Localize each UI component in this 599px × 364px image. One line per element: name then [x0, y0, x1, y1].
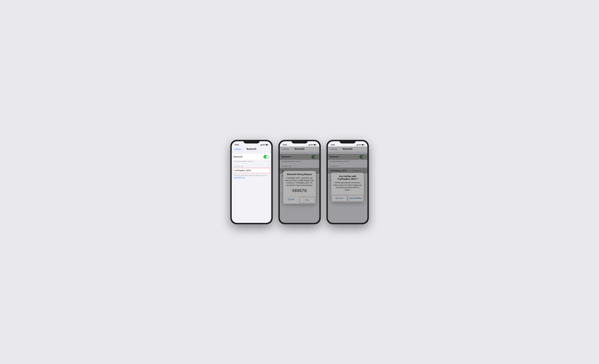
- nav-bar-1: ‹ Settings Bluetooth: [232, 146, 271, 152]
- pair-note-1: To pair an Apple Watch with your iPhone,…: [232, 173, 271, 180]
- pairing-modal-content: Bluetooth Pairing Request "CarPlayBox_58…: [283, 171, 316, 196]
- status-icons-1: 4G: [260, 144, 268, 146]
- status-time-3: 18:02: [331, 144, 335, 146]
- signal-icon-2: [308, 144, 310, 145]
- phones-container: 18:02 4G ‹: [230, 140, 369, 224]
- content-3: Bluetooth Now discoverable as "iPhone". …: [328, 152, 367, 223]
- network-label-3: 4G: [359, 144, 361, 146]
- bluetooth-toggle-row-1: Bluetooth: [232, 154, 271, 160]
- network-label-1: 4G: [263, 144, 265, 146]
- bluetooth-toggle-1[interactable]: [264, 155, 269, 159]
- content-1: Bluetooth Now discoverable as "iPhone". …: [232, 152, 271, 223]
- use-carplay-button[interactable]: Use CarPlay: [348, 195, 363, 201]
- nav-back-label-2: Settings: [282, 148, 289, 150]
- notch-2: [291, 140, 308, 144]
- notch-1: [243, 140, 260, 144]
- screen-2: 18:02 4G ‹: [280, 141, 319, 223]
- carplay-modal-box: Use CarPlay with"CarPlayBox_587a"? CarPl…: [331, 173, 364, 202]
- network-label-2: 4G: [311, 144, 313, 146]
- status-time-2: 18:02: [283, 144, 287, 146]
- carplay-modal-content: Use CarPlay with"CarPlayBox_587a"? CarPl…: [331, 173, 364, 195]
- screen-1: 18:02 4G ‹: [232, 141, 271, 223]
- discoverable-text-1: Now discoverable as "iPhone".: [232, 160, 271, 163]
- status-icons-2: 4G: [308, 144, 317, 146]
- cancel-button-2[interactable]: Cancel: [283, 196, 299, 204]
- nav-back-label-1: Settings: [235, 148, 241, 150]
- nav-title-2: Bluetooth: [295, 148, 304, 150]
- back-arrow-1: ‹: [233, 148, 234, 150]
- bluetooth-section-1: Bluetooth: [232, 154, 271, 160]
- toggle-knob-1: [266, 155, 269, 158]
- battery-icon-3: [361, 144, 364, 145]
- nav-title-1: Bluetooth: [247, 148, 256, 150]
- nav-back-2: ‹ Settings: [282, 148, 289, 150]
- device-row-1-0[interactable]: CarPlayBox_587a: [233, 168, 270, 173]
- pairing-modal-overlay: Bluetooth Pairing Request "CarPlayBox_58…: [280, 152, 319, 223]
- battery-icon-1: [265, 144, 268, 145]
- carplay-modal-body: CarPlay automatically connects your iPho…: [333, 181, 362, 191]
- back-arrow-2: ‹: [282, 148, 282, 150]
- nav-bar-3: ‹ Settings Bluetooth: [328, 146, 367, 152]
- phone-3: 18:02 4G ‹: [326, 140, 369, 224]
- modal-buttons-3: Not Now Use CarPlay: [331, 195, 364, 202]
- status-icons-3: 4G: [356, 144, 364, 146]
- modal-btn-divider-3: [347, 195, 348, 202]
- pair-button[interactable]: Pair: [300, 197, 315, 203]
- modal-buttons-2: Cancel Pair: [283, 196, 316, 204]
- phone-1: 18:02 4G ‹: [230, 140, 273, 224]
- phone-2: 18:02 4G ‹: [279, 140, 321, 224]
- content-2: Bluetooth Now discoverable as "iPhone". …: [280, 152, 319, 223]
- spinner-1: [241, 166, 243, 167]
- status-time-1: 18:02: [235, 144, 239, 146]
- notch-3: [340, 140, 356, 144]
- bluetooth-label-1: Bluetooth: [234, 156, 243, 158]
- device-name-1-0: CarPlayBox_587a: [234, 169, 251, 172]
- pairing-modal-title: Bluetooth Pairing Request: [285, 173, 314, 176]
- nav-bar-2: ‹ Settings Bluetooth: [280, 146, 319, 152]
- signal-icon-3: [356, 144, 358, 145]
- carplay-modal-title: Use CarPlay with"CarPlayBox_587a"?: [333, 175, 362, 180]
- pairing-modal-box: Bluetooth Pairing Request "CarPlayBox_58…: [283, 171, 316, 203]
- modal-btn-divider-2: [299, 196, 299, 204]
- pairing-modal-body: "CarPlayBox_587a" would like to pair wit…: [285, 177, 314, 186]
- apple-watch-link-1[interactable]: Apple Watch app.: [234, 177, 245, 178]
- devices-list-1: CarPlayBox_587a: [232, 168, 271, 173]
- nav-back-3: ‹ Settings: [330, 148, 337, 150]
- nav-title-3: Bluetooth: [343, 148, 352, 150]
- nav-back-label-3: Settings: [331, 148, 337, 150]
- carplay-modal-overlay: Use CarPlay with"CarPlayBox_587a"? CarPl…: [328, 152, 367, 223]
- nav-back-1[interactable]: ‹ Settings: [233, 148, 241, 150]
- pairing-modal-code: 589576: [285, 188, 314, 193]
- not-now-button[interactable]: Not Now: [332, 195, 347, 201]
- back-arrow-3: ‹: [330, 148, 330, 150]
- screen-3: 18:02 4G ‹: [328, 141, 367, 223]
- signal-icon-1: [260, 144, 262, 145]
- battery-icon-2: [314, 144, 317, 145]
- devices-header-1: DEVICES: [232, 163, 271, 168]
